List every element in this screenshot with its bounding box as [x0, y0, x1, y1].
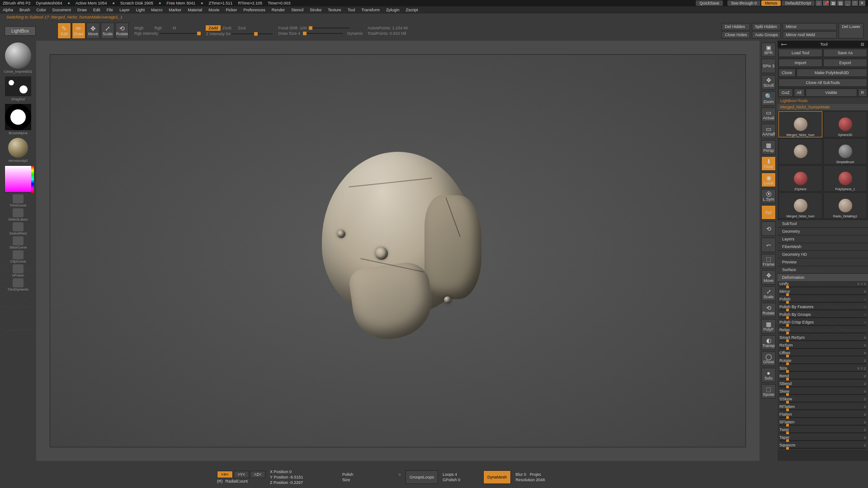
zadd-toggle[interactable]: Zadd — [206, 25, 221, 31]
menu-edit[interactable]: Edit — [93, 8, 100, 12]
nav-scroll-icon[interactable]: ✥Scroll — [761, 75, 776, 89]
deform-polish-by-groups[interactable]: Polish By Groups○ — [778, 312, 868, 318]
gpolish-label[interactable]: GPolish 0 — [443, 478, 479, 482]
projec-label[interactable]: Projec — [530, 472, 542, 477]
lightbox-tools-label[interactable]: Lightbox>Tools — [778, 98, 868, 104]
nav--icon[interactable]: ⟲ — [761, 221, 776, 236]
deform-taper[interactable]: TaperZ — [778, 435, 868, 441]
menu-tool[interactable]: Tool — [348, 8, 355, 12]
section-fibermesh[interactable]: FiberMesh — [778, 243, 868, 250]
maximize-icon[interactable]: □ — [852, 0, 858, 6]
menu-color[interactable]: Color — [37, 8, 47, 12]
deformation-header[interactable]: Deformation — [778, 273, 868, 281]
tool-thumb[interactable]: Radio_Detailing1 — [823, 192, 867, 219]
rgb-intensity-slider[interactable] — [160, 33, 200, 34]
focal-shift-slider[interactable] — [309, 28, 349, 28]
polish-label[interactable]: Polish — [342, 472, 354, 477]
tool-thumb[interactable]: Sphere3D — [823, 111, 867, 137]
goz-button[interactable]: GoZ — [778, 89, 793, 97]
nav-ghost-icon[interactable]: ◯Ghost — [761, 352, 776, 366]
section-geometry-hd[interactable]: Geometry HD — [778, 250, 868, 258]
pin-icon[interactable]: 📌 — [823, 0, 829, 6]
import-button[interactable]: Import — [778, 59, 822, 67]
seethrough-slider[interactable]: See-through 0 — [727, 0, 760, 6]
deform-rotate[interactable]: RotateZ — [778, 358, 868, 364]
draw-size-slider[interactable] — [302, 33, 343, 34]
nav-scale-icon[interactable]: ⤢Scale — [761, 286, 776, 301]
deform-relax[interactable]: Relax — [778, 327, 868, 333]
section-surface[interactable]: Surface — [778, 266, 868, 273]
lightbox-button[interactable]: LightBox — [5, 26, 36, 36]
menu-light[interactable]: Light — [136, 8, 145, 12]
nav-rotate-icon[interactable]: ⟲Rotate — [761, 303, 776, 317]
goz-r-button[interactable]: R — [858, 89, 868, 97]
menu-marker[interactable]: Marker — [169, 8, 181, 12]
close-icon[interactable]: ✕ — [859, 0, 865, 6]
move-mode-button[interactable]: ✥Move — [86, 23, 100, 39]
mirror-weld-button[interactable]: Mirror And Weld — [783, 31, 837, 38]
menu-zscript[interactable]: Zscript — [406, 8, 418, 12]
nav-xpose-icon[interactable]: ⬚Xpose — [761, 384, 776, 399]
section-subtool[interactable]: SubTool — [778, 220, 868, 227]
menu-brush[interactable]: Brush — [19, 8, 30, 12]
menu-movie[interactable]: Movie — [208, 8, 219, 12]
menu-stroke[interactable]: Stroke — [310, 8, 321, 12]
split-hidden-button[interactable]: Split Hidden — [752, 23, 781, 30]
resolution-label[interactable]: Resolution 2048 — [515, 478, 583, 482]
brush-trimcurve[interactable]: TrimCurve — [5, 194, 32, 207]
deform-sflatten[interactable]: SFlattenZ — [778, 419, 868, 426]
deform-bend[interactable]: BendZ — [778, 373, 868, 380]
z-intensity-slider[interactable] — [232, 33, 273, 34]
menu-preferences[interactable]: Preferences — [243, 8, 265, 12]
menu-zplugin[interactable]: Zplugin — [386, 8, 400, 12]
nav-zoom-icon[interactable]: 🔍Zoom — [761, 91, 776, 106]
menu-render[interactable]: Render — [272, 8, 285, 12]
nav-bpr-icon[interactable]: ▣BPR — [761, 42, 776, 57]
nav-transp-icon[interactable]: ◐Transp — [761, 335, 776, 350]
auto-groups-button[interactable]: Auto Groups — [752, 31, 781, 38]
deform-unify[interactable]: UnifyX Y Z — [778, 281, 868, 287]
mrgb-toggle[interactable]: Mrgb — [134, 26, 144, 30]
nav-frame-icon[interactable]: ⬚Frame — [761, 254, 776, 268]
menu-file[interactable]: File — [107, 8, 113, 12]
nav-spix3-icon[interactable]: SPix 3 — [761, 59, 776, 73]
deform-flatten[interactable]: FlattenZ — [778, 412, 868, 418]
menu-layer[interactable]: Layer — [119, 8, 130, 12]
color-picker[interactable] — [5, 165, 32, 192]
z-axis-toggle[interactable]: >Z< — [250, 471, 265, 478]
menu-alpha[interactable]: Alpha — [3, 8, 13, 12]
menu-texture[interactable]: Texture — [328, 8, 341, 12]
menu-transform[interactable]: Transform — [361, 8, 380, 12]
nav-persp-icon[interactable]: ▦Persp — [761, 140, 776, 155]
nav-floor-icon[interactable]: ⬇Floor — [761, 156, 776, 171]
menus-button[interactable]: Menus — [761, 0, 781, 6]
menu-stencil[interactable]: Stencil — [291, 8, 303, 12]
menu-macro[interactable]: Macro — [151, 8, 162, 12]
deform-sskew[interactable]: SSkewZ — [778, 396, 868, 403]
zcut-toggle[interactable]: Zcut — [238, 26, 246, 30]
viewport[interactable] — [36, 41, 760, 461]
menu-document[interactable]: Document — [52, 8, 71, 12]
brush-selectlasso[interactable]: SelectLasso — [5, 208, 32, 221]
brush-selectrect[interactable]: SelectRect — [5, 222, 32, 235]
menu-draw[interactable]: Draw — [77, 8, 87, 12]
nav-lsym-icon[interactable]: ⦿L.Sym — [761, 189, 776, 203]
tool-thumb[interactable]: SimpleBrush — [823, 138, 867, 164]
nav-actual-icon[interactable]: ▭Actual — [761, 108, 776, 122]
nav-move-icon[interactable]: ✥Move — [761, 270, 776, 285]
load-tool-button[interactable]: Load Tool — [778, 49, 822, 57]
home-icon[interactable]: ⌂ — [816, 0, 822, 6]
close-holes-button[interactable]: Close Holes — [722, 31, 750, 38]
rgb-toggle[interactable]: Rgb — [154, 26, 162, 30]
goz-all-button[interactable]: All — [794, 89, 805, 97]
del-hidden-button[interactable]: Del Hidden — [722, 23, 750, 30]
x-axis-toggle[interactable]: >X< — [217, 471, 233, 478]
mirror-button[interactable]: Mirror — [783, 23, 837, 30]
tool-thumb[interactable]: Merged_Nickz_hum — [778, 192, 822, 219]
deform-polish-crisp-edges[interactable]: Polish Crisp Edges○ — [778, 319, 868, 326]
dynamesh-button[interactable]: DynaMesh — [483, 470, 511, 484]
make-polymesh-button[interactable]: Make PolyMesh3D — [797, 69, 867, 77]
deform-offset[interactable]: OffsetX — [778, 350, 868, 357]
x-position[interactable]: X Position 0 — [270, 469, 338, 474]
deform-squeeze[interactable]: SqueezeZ — [778, 442, 868, 449]
